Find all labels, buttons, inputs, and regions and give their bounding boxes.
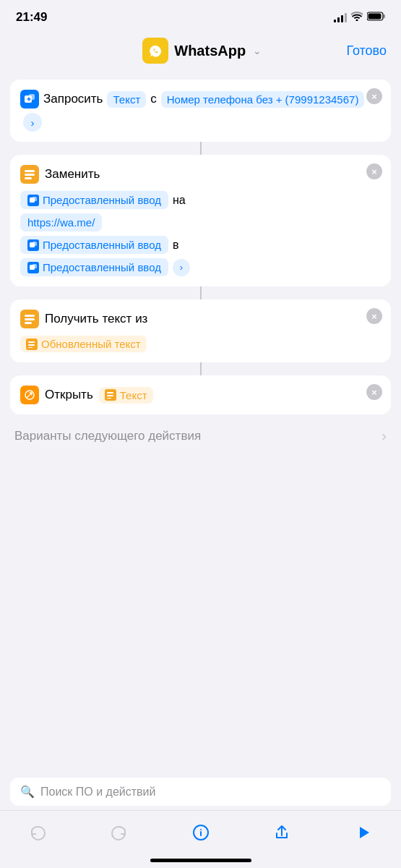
undo-button[interactable] <box>22 817 53 848</box>
card-1-action-text: Запросить <box>43 92 103 106</box>
svg-rect-23 <box>107 395 113 396</box>
header-center[interactable]: WhatsApp ⌄ <box>142 38 262 64</box>
home-bar <box>150 859 251 862</box>
search-bar[interactable]: 🔍 Поиск ПО и действий <box>10 778 391 806</box>
status-icons <box>334 11 385 24</box>
card-2-token-1[interactable]: Предоставленный ввод <box>20 191 168 209</box>
card-3-row: Получить текст из <box>20 310 381 328</box>
next-action-label: Варианты следующего действия <box>14 429 201 443</box>
card-1-close[interactable]: × <box>366 88 382 104</box>
connector-line-2 <box>200 286 202 299</box>
card-3-token[interactable]: Обновленный текст <box>20 336 147 352</box>
main-content: × Запросить Текст с Номер телефона без +… <box>0 74 401 457</box>
svg-rect-7 <box>25 174 35 176</box>
text-icon-card4 <box>105 389 116 401</box>
updated-text-label: Обновленный текст <box>41 338 141 350</box>
card-2-arrow[interactable]: › <box>173 259 190 276</box>
app-title: WhatsApp <box>174 43 246 59</box>
card-open: × Открыть Текст <box>10 375 391 414</box>
card-1-row: Запросить Текст с Номер телефона без + (… <box>20 90 381 132</box>
card-2-title-text: Заменить <box>45 167 100 182</box>
share-button[interactable] <box>266 817 298 848</box>
card-4-close[interactable]: × <box>366 384 382 400</box>
status-time: 21:49 <box>16 10 47 25</box>
svg-point-21 <box>25 391 34 399</box>
connector-2 <box>10 286 391 299</box>
svg-rect-14 <box>33 264 37 268</box>
signal-bars-icon <box>334 13 347 22</box>
svg-rect-8 <box>25 177 32 179</box>
replace-icon <box>20 165 39 184</box>
card-2-row-url: https://wa.me/ <box>20 213 381 231</box>
svg-rect-6 <box>25 170 35 172</box>
whatsapp-icon <box>142 38 168 64</box>
svg-rect-20 <box>28 347 33 348</box>
card-replace: × Заменить <box>10 155 391 286</box>
card-1-token-text[interactable]: Текст <box>107 91 146 108</box>
card-2-in-text: в <box>173 239 179 252</box>
card-2-token-3[interactable]: Предоставленный ввод <box>20 258 168 276</box>
wifi-icon <box>351 11 363 24</box>
card-2-header: Заменить <box>20 165 381 184</box>
updated-text-icon <box>26 339 38 350</box>
connector-line-1 <box>200 142 202 155</box>
svg-rect-2 <box>368 14 381 20</box>
next-action-chevron-icon: › <box>381 427 387 444</box>
redo-button[interactable] <box>103 817 135 848</box>
svg-rect-24 <box>107 398 111 399</box>
card-3-token-row: Обновленный текст <box>20 336 381 352</box>
card-2-url[interactable]: https://wa.me/ <box>20 213 102 231</box>
provided-input-icon-1 <box>27 195 39 206</box>
card-2-row-3: Предоставленный ввод › <box>20 258 381 276</box>
svg-rect-12 <box>33 242 37 246</box>
provided-input-label-2: Предоставленный ввод <box>43 239 161 251</box>
svg-rect-19 <box>28 344 35 346</box>
connector-3 <box>10 362 391 375</box>
card-4-title: Открыть <box>45 388 93 402</box>
card-4-row: Открыть Текст <box>20 386 381 404</box>
provided-input-label-1: Предоставленный ввод <box>43 194 161 206</box>
done-button[interactable]: Готово <box>346 43 387 59</box>
card-2-rows: Предоставленный ввод на https://wa.me/ П… <box>20 191 381 276</box>
card-4-token-label: Текст <box>120 389 147 401</box>
provided-input-label-3: Предоставленный ввод <box>43 261 161 273</box>
next-action-row[interactable]: Варианты следующего действия › <box>10 414 391 457</box>
chevron-down-icon[interactable]: ⌄ <box>253 45 262 56</box>
card-2-token-2[interactable]: Предоставленный ввод <box>20 236 168 254</box>
connector-1 <box>10 142 391 155</box>
svg-rect-10 <box>33 197 37 201</box>
svg-rect-16 <box>25 318 35 320</box>
header: WhatsApp ⌄ Готово <box>0 30 401 74</box>
request-icon <box>20 90 39 109</box>
card-get-text: × Получить текст из <box>10 299 391 362</box>
battery-icon <box>367 11 385 24</box>
card-4-token[interactable]: Текст <box>99 387 153 404</box>
search-input[interactable]: Поиск ПО и действий <box>40 786 155 799</box>
home-indicator <box>0 856 401 868</box>
play-button[interactable] <box>348 817 379 848</box>
connector-line-3 <box>200 362 202 375</box>
svg-rect-22 <box>107 392 113 393</box>
status-bar: 21:49 <box>0 0 401 30</box>
bottom-area: 🔍 Поиск ПО и действий <box>0 770 401 868</box>
svg-rect-1 <box>384 14 386 18</box>
svg-rect-17 <box>25 322 32 324</box>
card-request: × Запросить Текст с Номер телефона без +… <box>10 80 391 142</box>
card-3-close[interactable]: × <box>366 308 382 324</box>
provided-input-icon-3 <box>27 262 39 273</box>
provided-input-icon-2 <box>27 239 39 251</box>
card-2-row-1: Предоставленный ввод на <box>20 191 381 209</box>
card-1-token-phone[interactable]: Номер телефона без + (79991234567) <box>161 91 365 108</box>
info-button[interactable] <box>185 817 217 848</box>
search-bar-container: 🔍 Поиск ПО и действий <box>0 770 401 810</box>
card-1-arrow[interactable]: › <box>23 113 42 132</box>
card-2-on-text: на <box>173 194 186 207</box>
card-2-close[interactable]: × <box>366 163 382 179</box>
bottom-toolbar <box>0 810 401 856</box>
open-icon <box>20 386 39 404</box>
card-2-row-2: Предоставленный ввод в <box>20 236 381 254</box>
svg-point-26 <box>200 829 202 830</box>
card-1-connector: с <box>150 92 157 106</box>
card-3-title: Получить текст из <box>45 312 147 326</box>
svg-rect-18 <box>28 341 35 343</box>
